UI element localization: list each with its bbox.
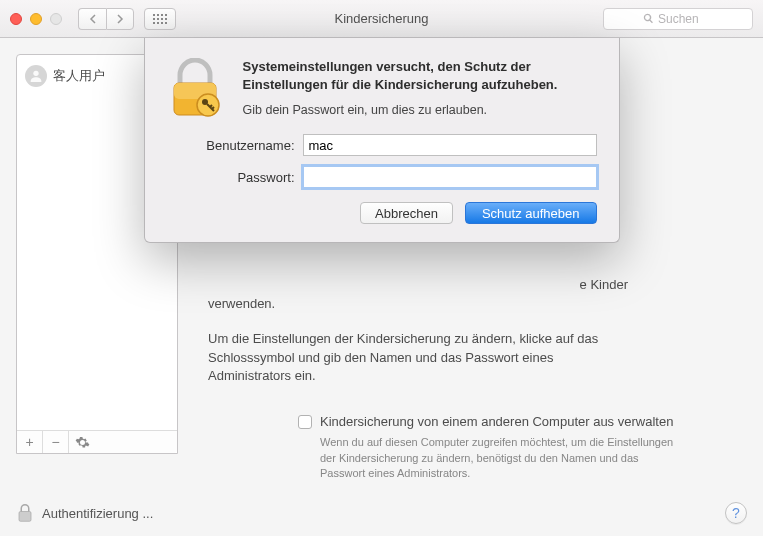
password-input[interactable] bbox=[303, 166, 597, 188]
lock-icon bbox=[16, 502, 34, 524]
show-all-prefs-button[interactable] bbox=[144, 8, 176, 30]
truncated-line-2: verwenden. bbox=[208, 295, 628, 314]
auth-form: Benutzername: Passwort: bbox=[189, 134, 597, 188]
checkbox-hint: Wenn du auf diesen Computer zugreifen mö… bbox=[320, 435, 680, 481]
unlock-button[interactable]: Schutz aufheben bbox=[465, 202, 597, 224]
forward-button[interactable] bbox=[106, 8, 134, 30]
minimize-window-button[interactable] bbox=[30, 13, 42, 25]
add-user-button[interactable]: + bbox=[17, 431, 43, 453]
nav-buttons bbox=[78, 8, 134, 30]
lock-label: Authentifizierung ... bbox=[42, 506, 153, 521]
gear-icon bbox=[75, 435, 90, 450]
user-list-footer: + − bbox=[17, 430, 177, 453]
close-window-button[interactable] bbox=[10, 13, 22, 25]
svg-point-0 bbox=[33, 71, 38, 76]
zoom-window-button bbox=[50, 13, 62, 25]
username-label: Benutzername: bbox=[189, 138, 295, 153]
user-actions-button[interactable] bbox=[69, 431, 95, 453]
instructions-paragraph: Um die Einstellungen der Kindersicherung… bbox=[208, 330, 628, 387]
window-toolbar: Kindersicherung bbox=[0, 0, 763, 38]
grid-icon bbox=[153, 14, 167, 24]
back-button[interactable] bbox=[78, 8, 106, 30]
username-input[interactable] bbox=[303, 134, 597, 156]
truncated-line-tail: e Kinder bbox=[580, 276, 628, 295]
traffic-lights bbox=[10, 13, 62, 25]
auth-subtitle: Gib dein Passwort ein, um dies zu erlaub… bbox=[243, 103, 597, 117]
auth-title: Systemeinstellungen versucht, den Schutz… bbox=[243, 58, 597, 93]
auth-dialog: Systemeinstellungen versucht, den Schutz… bbox=[144, 38, 620, 243]
search-icon bbox=[643, 13, 654, 24]
checkbox-icon[interactable] bbox=[298, 415, 312, 429]
bottom-bar: Authentifizierung ... ? bbox=[16, 500, 747, 526]
svg-rect-1 bbox=[19, 512, 31, 522]
remote-manage-checkbox-row[interactable]: Kindersicherung von einem anderen Comput… bbox=[298, 414, 678, 429]
cancel-button[interactable]: Abbrechen bbox=[360, 202, 453, 224]
help-button[interactable]: ? bbox=[725, 502, 747, 524]
password-label: Passwort: bbox=[189, 170, 295, 185]
search-input[interactable] bbox=[658, 12, 713, 26]
avatar-icon bbox=[25, 65, 47, 87]
search-field-wrap[interactable] bbox=[603, 8, 753, 30]
remove-user-button[interactable]: − bbox=[43, 431, 69, 453]
checkbox-label: Kindersicherung von einem anderen Comput… bbox=[320, 414, 673, 429]
user-name-label: 客人用户 bbox=[53, 68, 105, 85]
lock-footer[interactable]: Authentifizierung ... bbox=[16, 502, 153, 524]
auth-lock-icon bbox=[165, 58, 225, 118]
